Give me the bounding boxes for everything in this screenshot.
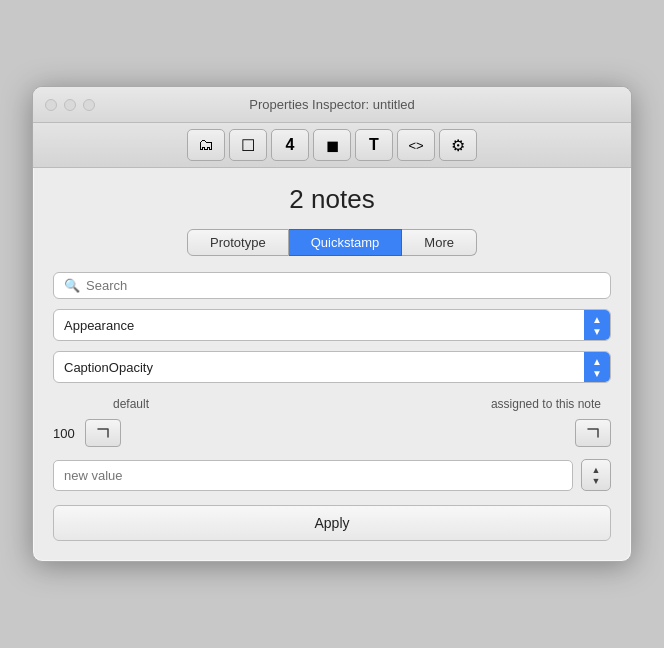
value-stepper[interactable]: ▲ ▼: [581, 459, 611, 491]
search-input[interactable]: [86, 278, 600, 293]
content-area: 2 notes Prototype Quickstamp More 🔍 Appe…: [33, 168, 631, 561]
close-button[interactable]: [45, 99, 57, 111]
assigned-value-group: [575, 419, 611, 447]
stepper-down-icon: ▼: [592, 476, 601, 486]
camera-icon[interactable]: ◼: [313, 129, 351, 161]
caption-label: CaptionOpacity: [54, 354, 584, 381]
new-value-input[interactable]: [53, 460, 573, 491]
down-arrow-icon: ▼: [592, 368, 602, 379]
maximize-button[interactable]: [83, 99, 95, 111]
value-row: 100: [53, 419, 611, 447]
tab-more[interactable]: More: [402, 229, 477, 256]
search-icon: 🔍: [64, 278, 80, 293]
stepper-up-icon: ▲: [592, 465, 601, 475]
toolbar: 🗂 ☐ 4 ◼ T <> ⚙: [33, 123, 631, 168]
up-arrow-icon: ▲: [592, 356, 602, 367]
default-corner-button[interactable]: [85, 419, 121, 447]
window-title: Properties Inspector: untitled: [249, 97, 414, 112]
default-value-group: 100: [53, 419, 121, 447]
up-arrow-icon: ▲: [592, 314, 602, 325]
tab-prototype[interactable]: Prototype: [187, 229, 289, 256]
text-icon[interactable]: T: [355, 129, 393, 161]
layers-icon[interactable]: 🗂: [187, 129, 225, 161]
apply-button[interactable]: Apply: [53, 505, 611, 541]
default-value: 100: [53, 426, 75, 441]
tab-quickstamp[interactable]: Quickstamp: [289, 229, 403, 256]
caption-dropdown[interactable]: CaptionOpacity ▲ ▼: [53, 351, 611, 383]
new-value-row: ▲ ▼: [53, 459, 611, 491]
settings-icon[interactable]: ⚙: [439, 129, 477, 161]
search-box: 🔍: [53, 272, 611, 299]
note-count: 2 notes: [53, 184, 611, 215]
traffic-lights: [45, 99, 95, 111]
column-labels: default assigned to this note: [53, 393, 611, 419]
minimize-button[interactable]: [64, 99, 76, 111]
down-arrow-icon: ▼: [592, 326, 602, 337]
number-icon[interactable]: 4: [271, 129, 309, 161]
code-icon[interactable]: <>: [397, 129, 435, 161]
tab-bar: Prototype Quickstamp More: [53, 229, 611, 256]
default-label: default: [53, 397, 149, 411]
caption-arrows[interactable]: ▲ ▼: [584, 352, 610, 382]
assigned-corner-button[interactable]: [575, 419, 611, 447]
properties-inspector-window: Properties Inspector: untitled 🗂 ☐ 4 ◼ T…: [32, 86, 632, 562]
page-icon[interactable]: ☐: [229, 129, 267, 161]
title-bar: Properties Inspector: untitled: [33, 87, 631, 123]
appearance-label: Appearance: [54, 312, 584, 339]
appearance-arrows[interactable]: ▲ ▼: [584, 310, 610, 340]
assigned-label: assigned to this note: [491, 397, 611, 411]
appearance-dropdown[interactable]: Appearance ▲ ▼: [53, 309, 611, 341]
